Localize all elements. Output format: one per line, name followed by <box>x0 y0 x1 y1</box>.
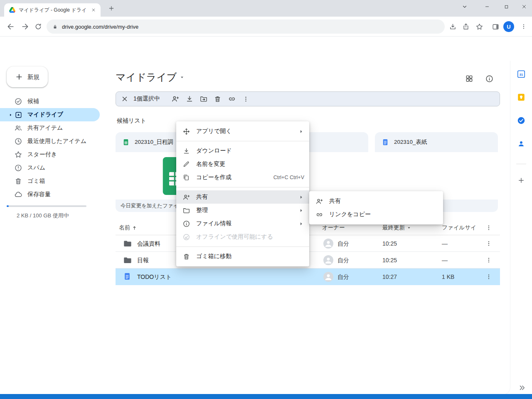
address-bar[interactable]: drive.google.com/drive/my-drive <box>47 20 445 34</box>
selection-toolbar: 1個選択中 <box>116 91 500 106</box>
menu-item-offline: オフラインで使用可能にする <box>176 230 309 244</box>
workspace-side-rail: 31 <box>510 61 532 395</box>
sidebar-item-suggestions[interactable]: 候補 <box>0 95 100 108</box>
window-close-button[interactable] <box>516 0 532 13</box>
sidebar-item-my-drive[interactable]: マイドライブ <box>0 108 100 121</box>
window-maximize-button[interactable] <box>497 0 515 13</box>
taskbar-edge <box>0 394 532 399</box>
menu-item-rename[interactable]: 名前を変更 <box>176 158 309 171</box>
contacts-icon[interactable] <box>516 139 526 149</box>
storage-progress-bar <box>7 205 86 207</box>
docs-icon <box>382 138 389 146</box>
plus-icon <box>15 73 23 81</box>
sidebar-item-starred[interactable]: スター付き <box>0 148 100 161</box>
cloud-icon <box>14 190 22 199</box>
clock-icon <box>14 137 22 145</box>
row-more-icon[interactable] <box>483 271 494 282</box>
collapse-panel-icon[interactable] <box>517 383 527 393</box>
menu-item-share[interactable]: 共有 <box>176 190 309 204</box>
menu-item-make-copy[interactable]: コピーを作成 Ctrl+C Ctrl+V <box>176 171 309 184</box>
trash-icon <box>14 177 22 185</box>
selection-count: 1個選択中 <box>133 95 160 103</box>
sidebar-item-storage[interactable]: 保存容量 <box>0 188 100 201</box>
column-header-name[interactable]: 名前 <box>119 220 137 235</box>
table-settings-icon[interactable] <box>483 222 494 233</box>
move-to-folder-icon[interactable] <box>197 92 211 106</box>
keep-icon[interactable] <box>516 92 526 102</box>
lock-icon <box>52 24 58 30</box>
menu-item-file-info[interactable]: ファイル情報 <box>176 217 309 230</box>
sidebar-item-label: 共有アイテム <box>27 124 63 132</box>
submenu-item-copy-link[interactable]: リンクをコピー <box>309 208 443 221</box>
modified-time: 10:25 <box>382 235 397 252</box>
tasks-icon[interactable] <box>516 116 526 126</box>
share-person-add-icon[interactable] <box>168 92 182 106</box>
file-size: — <box>442 252 448 268</box>
copy-link-icon[interactable] <box>225 92 239 106</box>
menu-item-organize[interactable]: 整理 <box>176 204 309 217</box>
sidebar-item-label: スター付き <box>27 151 57 158</box>
storage-usage-text: 2 KB / 100 GB 使用中 <box>17 212 69 219</box>
browser-tab[interactable]: マイドライブ - Google ドライブ <box>4 3 101 17</box>
menu-shortcut: Ctrl+C Ctrl+V <box>273 175 304 180</box>
share-submenu: 共有 リンクをコピー <box>309 191 443 224</box>
table-row-todo-list[interactable]: TODOリスト 自分 10:27 1 KB <box>116 268 500 285</box>
row-more-icon[interactable] <box>483 238 494 249</box>
url-text: drive.google.com/drive/my-drive <box>62 24 138 30</box>
download-icon[interactable] <box>182 92 197 106</box>
owner-name: 自分 <box>337 268 349 285</box>
sidebar-item-recent[interactable]: 最近使用したアイテム <box>0 135 100 148</box>
title-dropdown-icon[interactable] <box>179 74 185 80</box>
star-icon <box>14 150 22 159</box>
sidebar-item-label: マイドライブ <box>27 111 63 118</box>
sidebar-item-label: ゴミ箱 <box>27 177 45 185</box>
reload-icon[interactable] <box>32 21 44 32</box>
forward-icon[interactable] <box>19 21 31 32</box>
owner-avatar <box>323 255 333 265</box>
rail-divider <box>516 164 526 164</box>
row-more-icon[interactable] <box>483 255 494 266</box>
people-icon <box>14 124 22 132</box>
info-icon[interactable] <box>483 72 495 85</box>
back-icon[interactable] <box>5 21 17 32</box>
share-person-add-icon <box>315 197 323 205</box>
expand-caret-icon[interactable] <box>7 113 14 117</box>
trash-icon <box>182 253 190 261</box>
tab-search-icon[interactable] <box>459 0 470 13</box>
suggestions-section-label: 候補リスト <box>117 117 146 125</box>
toolbar-more-icon[interactable] <box>239 92 253 106</box>
submenu-arrow-icon <box>298 207 304 214</box>
browser-menu-icon[interactable] <box>518 21 530 32</box>
folder-icon <box>123 256 132 266</box>
page-title-row[interactable]: マイドライブ <box>116 71 185 84</box>
browser-profile-avatar[interactable]: U <box>503 21 514 32</box>
modified-time: 10:25 <box>382 252 397 268</box>
file-name: 会議資料 <box>137 235 160 252</box>
clear-selection-icon[interactable] <box>118 92 132 106</box>
calendar-icon[interactable]: 31 <box>516 69 526 79</box>
menu-item-download[interactable]: ダウンロード <box>176 144 309 158</box>
share-icon[interactable] <box>460 21 472 32</box>
owner-name: 自分 <box>337 235 349 252</box>
sidebar-item-shared[interactable]: 共有アイテム <box>0 121 100 135</box>
menu-item-move-to-trash[interactable]: ゴミ箱に移動 <box>176 250 309 263</box>
new-button[interactable]: 新規 <box>7 66 48 87</box>
tab-close-icon[interactable] <box>90 6 97 14</box>
add-addon-icon[interactable] <box>516 175 526 185</box>
column-header-size[interactable]: ファイルサイ <box>442 220 476 235</box>
sidebar-item-spam[interactable]: スパム <box>0 161 100 175</box>
owner-name: 自分 <box>337 252 349 268</box>
card-title: 202310_日程調 <box>135 138 173 146</box>
menu-item-open-with[interactable]: アプリで開く <box>176 125 309 138</box>
grid-view-icon[interactable] <box>463 72 475 85</box>
trash-icon[interactable] <box>211 92 225 106</box>
submenu-item-share[interactable]: 共有 <box>309 195 443 208</box>
downloads-icon[interactable] <box>447 21 458 32</box>
sidebar-item-trash[interactable]: ゴミ箱 <box>0 175 100 188</box>
info-icon <box>182 220 190 228</box>
bookmark-star-icon[interactable] <box>473 21 485 32</box>
new-tab-button[interactable] <box>106 2 117 14</box>
drive-header: ドライブ ? ECCS Cloud Mail U <box>0 37 532 61</box>
window-minimize-button[interactable] <box>478 0 496 13</box>
side-panel-icon[interactable] <box>490 21 501 32</box>
